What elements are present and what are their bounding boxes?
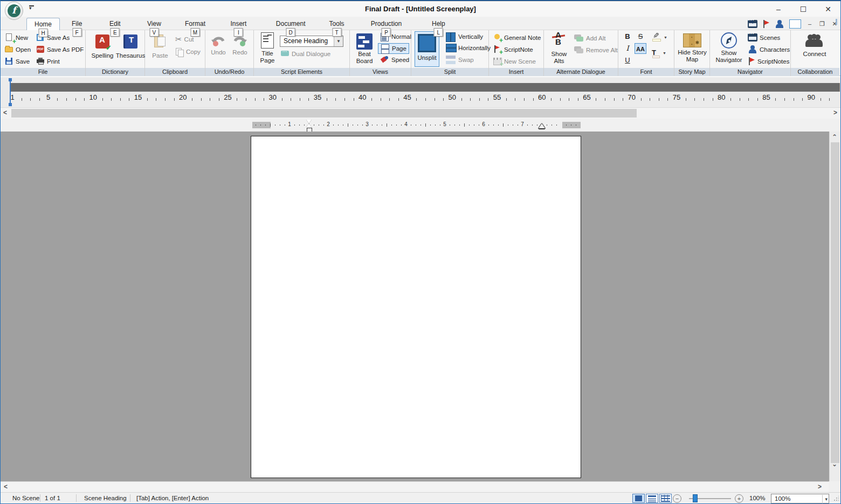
dual-dialogue-button[interactable]: Dual Dialogue — [281, 51, 330, 57]
window-maximize-button[interactable]: ☐ — [791, 1, 816, 17]
highlight-color-button[interactable]: ▼ — [652, 33, 667, 41]
thesaurus-button[interactable]: Thesaurus — [114, 34, 147, 59]
scroll-right-icon[interactable]: > — [833, 109, 837, 116]
page-ruler-tick — [256, 125, 256, 126]
tab-document[interactable]: DocumentD — [268, 18, 313, 30]
scriptnotes-panel-icon[interactable] — [762, 20, 770, 28]
element-style-dropdown[interactable]: Scene Heading ▼ — [280, 36, 343, 47]
page-ruler-tick — [338, 125, 339, 126]
tab-file[interactable]: FileF — [64, 18, 89, 30]
tab-view[interactable]: ViewV — [140, 18, 169, 30]
scriptnote-button[interactable]: ScriptNote — [493, 45, 533, 54]
document-minimize-button[interactable]: – — [806, 20, 814, 27]
vertical-scrollbar-thumb[interactable] — [831, 142, 839, 463]
screenplay-page[interactable] — [251, 136, 581, 478]
add-alt-button[interactable]: Add Alt — [574, 34, 605, 42]
new-scene-button[interactable]: New Scene — [493, 57, 536, 66]
dropdown-arrow-icon[interactable]: ▼ — [663, 51, 666, 55]
page-view-button[interactable]: Page — [378, 43, 409, 54]
bold-button[interactable]: B — [622, 31, 633, 42]
ruler-number: 35 — [314, 93, 321, 101]
characters-panel-icon[interactable] — [775, 20, 784, 28]
show-navigator-button[interactable]: Show Navigator — [712, 32, 746, 64]
ruler-tick — [174, 98, 175, 101]
ruler-tick — [694, 98, 695, 101]
document-horizontal-scrollbar[interactable]: < > — [1, 481, 829, 492]
redo-button[interactable]: Redo — [230, 34, 250, 56]
ruler-horizontal-scrollbar[interactable]: < > — [1, 107, 840, 119]
ruler-tick — [282, 98, 282, 101]
scroll-down-icon[interactable]: ⌄ — [832, 460, 837, 468]
tab-home[interactable]: HomeH — [26, 18, 60, 30]
navigator-characters-button[interactable]: Characters — [748, 45, 790, 53]
cursor-position-marker[interactable] — [9, 78, 11, 106]
navigator-scenes-button[interactable]: Scenes — [748, 33, 780, 42]
navigator-toggle-icon[interactable] — [789, 19, 801, 29]
dropdown-arrow-icon[interactable]: ▼ — [664, 36, 667, 39]
swap-button[interactable]: Swap — [444, 55, 476, 65]
page-ruler-tick — [537, 125, 537, 126]
zoom-slider-thumb[interactable] — [693, 494, 698, 502]
save-as-pdf-button[interactable]: Save As PDF — [36, 45, 84, 54]
hide-story-map-button[interactable]: Hide Story Map — [677, 33, 708, 63]
ruler-tick — [605, 98, 605, 101]
open-button[interactable]: Open — [5, 45, 31, 54]
show-alts-button[interactable]: AB Show Alts — [548, 32, 570, 65]
printer-icon — [36, 57, 45, 66]
connect-button[interactable]: Connect — [798, 34, 831, 58]
beat-board-button[interactable]: Beat Board — [353, 33, 376, 65]
right-margin-marker[interactable] — [539, 123, 545, 128]
spelling-button[interactable]: Spelling — [89, 34, 116, 59]
scroll-left-icon[interactable]: < — [3, 109, 7, 116]
resize-grip[interactable] — [833, 496, 839, 501]
ruler-number: 30 — [269, 93, 277, 101]
tab-help[interactable]: HelpL — [424, 18, 453, 30]
scroll-left-icon[interactable]: < — [4, 483, 8, 491]
caps-button[interactable]: AA — [635, 43, 646, 54]
zoom-in-button[interactable]: + — [735, 494, 743, 503]
window-close-button[interactable]: ✕ — [816, 1, 840, 17]
window-minimize-button[interactable]: – — [766, 1, 791, 17]
undo-button[interactable]: Undo — [209, 34, 228, 56]
print-button[interactable]: Print — [36, 57, 60, 66]
status-normal-view-button[interactable] — [646, 494, 658, 503]
page-ruler-tick — [459, 125, 460, 126]
document-restore-button[interactable]: ❐ — [818, 20, 826, 27]
new-button[interactable]: New — [5, 33, 28, 42]
tab-tools[interactable]: ToolsT — [322, 18, 352, 30]
text-color-button[interactable]: T▼ — [652, 49, 666, 57]
italic-button[interactable]: I — [622, 43, 633, 54]
split-vertically-button[interactable]: Vertically — [444, 32, 485, 42]
final-draft-logo-icon[interactable]: f — [5, 2, 23, 20]
scroll-up-icon[interactable]: ⌃ — [832, 133, 837, 141]
split-horizontally-button[interactable]: Horizontally — [444, 43, 493, 53]
strikethrough-button[interactable]: S — [635, 31, 646, 42]
page-ruler-tick — [382, 125, 382, 126]
general-note-button[interactable]: General Note — [493, 33, 541, 42]
tab-edit[interactable]: EditE — [102, 18, 128, 30]
indent-marker[interactable] — [306, 120, 312, 132]
title-page-button[interactable]: Title Page — [258, 32, 277, 64]
status-page-view-button[interactable] — [632, 494, 645, 503]
paste-button[interactable]: Paste — [148, 33, 172, 59]
copy-button[interactable]: Copy — [175, 47, 201, 56]
underline-button[interactable]: U — [622, 55, 633, 66]
save-button[interactable]: Save — [5, 57, 30, 66]
scriptnote-icon — [493, 45, 502, 54]
ruler-scrollbar-thumb[interactable] — [11, 109, 637, 118]
vertical-scrollbar[interactable]: ⌃ ⌄ — [829, 132, 840, 481]
status-grid-view-button[interactable] — [659, 494, 672, 503]
quick-access-customize-icon[interactable] — [29, 5, 35, 12]
dropdown-arrow-icon[interactable]: ▼ — [334, 36, 343, 46]
zoom-level-select[interactable]: 100% — [771, 494, 829, 503]
page-ruler-tick — [552, 125, 552, 126]
speed-view-button[interactable]: Speed — [378, 55, 411, 65]
scroll-right-icon[interactable]: > — [818, 483, 822, 491]
zoom-out-button[interactable]: − — [673, 494, 681, 503]
navigator-scriptnotes-button[interactable]: ScriptNotes — [748, 57, 789, 65]
tab-production[interactable]: ProductionP — [363, 18, 409, 30]
remove-alt-button[interactable]: Remove Alt — [574, 46, 618, 54]
ribbon-group-font: B S I AA U ▼ T▼ Font — [618, 30, 674, 76]
tab-format[interactable]: FormatM — [177, 18, 213, 30]
tab-insert[interactable]: InsertI — [223, 18, 254, 30]
